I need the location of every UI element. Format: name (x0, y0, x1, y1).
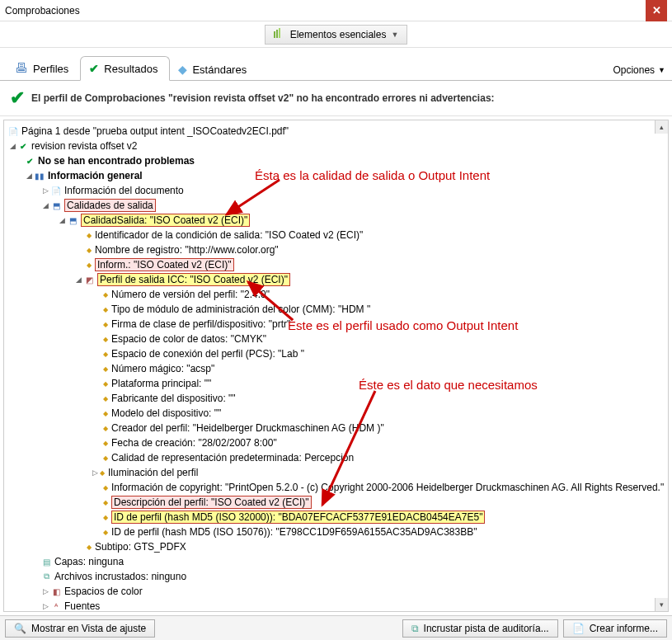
tree-row-archivos[interactable]: ⧉Archivos incrustados: ninguno (4, 569, 668, 584)
bullet-icon: ◆ (103, 336, 108, 343)
icc-icon: ◩ (83, 275, 95, 285)
tree-row[interactable]: ◆Inform.: "ISO Coated v2 (ECI)" (4, 257, 668, 272)
options-menu[interactable]: Opciones ▼ (613, 59, 665, 81)
top-bar: Elementos esenciales ▼ (0, 21, 672, 48)
tab-profiles[interactable]: 🖶 Perfiles (7, 56, 80, 81)
status-text: El perfil de Comprobaciones "revision re… (31, 92, 495, 104)
disclose-icon[interactable]: ◢ (24, 172, 34, 180)
titlebar: Comprobaciones ✕ (0, 0, 672, 21)
layers-icon: ▤ (40, 558, 52, 567)
check-icon: ✔ (17, 142, 29, 151)
font-icon: ᴬ (50, 602, 62, 611)
essentials-dropdown[interactable]: Elementos esenciales ▼ (265, 25, 408, 45)
tree-row-fuentes[interactable]: ▷ᴬFuentes (4, 599, 668, 612)
tab-label: Perfiles (33, 63, 68, 75)
info-icon: ▮▮ (34, 172, 45, 181)
tab-results[interactable]: ✔ Resultados (80, 56, 170, 81)
tree-row-infodoc[interactable]: ▷📄Información del documento (4, 183, 668, 198)
tree-view[interactable]: ▴ ▾ Ésta es la calidad de salida o Outpu… (3, 120, 669, 612)
tab-standards[interactable]: ◆ Estándares (170, 58, 258, 81)
tree-row[interactable]: ◆Calidad de representación predeterminad… (4, 450, 668, 465)
tree-row-capas[interactable]: ▤Capas: ninguna (4, 554, 668, 569)
bullet-icon: ◆ (103, 454, 108, 462)
bullet-icon: ◆ (103, 351, 108, 358)
tree-row[interactable]: ◆Información de copyright: "PrintOpen 5.… (4, 480, 668, 495)
show-fit-view-button[interactable]: 🔍 Mostrar en Vista de ajuste (5, 619, 155, 638)
disclose-icon[interactable]: ◢ (40, 201, 50, 209)
bullet-icon: ◆ (103, 306, 108, 313)
tree-row[interactable]: ◆Plataforma principal: "" (4, 376, 668, 391)
disclose-icon[interactable]: ▷ (40, 602, 50, 610)
tree-row-calidadsalida[interactable]: ◢⬒CalidadSalida: "ISO Coated v2 (ECI)" (4, 213, 668, 228)
tree-row-noproblems[interactable]: ✔No se han encontrado problemas (4, 153, 668, 168)
embed-icon: ⧉ (411, 623, 419, 634)
tree-row-iluminacion[interactable]: ▷◆Iluminación del perfil (4, 465, 668, 480)
tree-row[interactable]: ◆Nombre de registro: "http://www.color.o… (4, 242, 668, 257)
bullet-icon: ◆ (103, 410, 108, 417)
disclose-icon[interactable]: ▷ (90, 468, 100, 477)
tab-label: Estándares (192, 64, 247, 76)
button-label: Crear informe... (590, 623, 658, 634)
tree-row[interactable]: ◆Espacio de conexión del perfil (PCS): "… (4, 346, 668, 361)
options-label: Opciones (613, 64, 655, 76)
tree-row-page[interactable]: 📄Página 1 desde "prueba output intent _I… (4, 124, 668, 139)
tree-row[interactable]: ◆Número mágico: "acsp" (4, 361, 668, 376)
disclose-icon[interactable]: ◢ (57, 216, 67, 224)
close-button[interactable]: ✕ (646, 0, 667, 21)
bullet-icon: ◆ (87, 261, 92, 269)
tree-row[interactable]: ◆Descripción del perfil: "ISO Coated v2 … (4, 495, 668, 510)
tree-row[interactable]: ◆Identificador de la condición de salida… (4, 228, 668, 242)
tabs-row: 🖶 Perfiles ✔ Resultados ◆ Estándares Opc… (0, 48, 672, 81)
tree-row[interactable]: ◆Fecha de creación: "28/02/2007 8:00" (4, 435, 668, 450)
tree-row[interactable]: ◆Firma de clase de perfil/dispositivo: "… (4, 317, 668, 332)
tree-row-espacioscolor[interactable]: ▷◧Espacios de color (4, 584, 668, 599)
bullet-icon: ◆ (87, 247, 92, 254)
embed-icon: ⧉ (40, 572, 52, 581)
disclose-icon[interactable]: ▷ (40, 186, 50, 195)
tree-row-calidades[interactable]: ◢⬒Calidades de salida (4, 198, 668, 213)
tree-row-id32000[interactable]: ◆ID de perfil (hash MD5 (ISO 32000)): "B… (4, 510, 668, 525)
caret-down-icon: ▼ (658, 66, 665, 74)
pdf-icon: 📄 (7, 127, 19, 136)
create-report-button[interactable]: 📄 Crear informe... (563, 619, 667, 638)
bullet-icon: ◆ (103, 380, 108, 388)
bullet-icon: ◆ (100, 469, 105, 477)
tree-row[interactable]: ◆Subtipo: GTS_PDFX (4, 539, 668, 554)
bullet-icon: ◆ (103, 440, 108, 447)
bullet-icon: ◆ (103, 425, 108, 432)
bullet-icon: ◆ (103, 529, 108, 536)
bullet-icon: ◆ (87, 544, 92, 551)
bullet-icon: ◆ (103, 321, 108, 328)
button-label: Mostrar en Vista de ajuste (31, 623, 146, 634)
tree-row[interactable]: ◆Tipo de módulo de administración del co… (4, 302, 668, 317)
status-line: ✔ El perfil de Comprobaciones "revision … (0, 81, 672, 116)
tree-row[interactable]: ◆Número de versión del perfil: "2.4.0" (4, 287, 668, 302)
output-icon: ⬒ (67, 216, 78, 225)
tree-row[interactable]: ◆ID de perfil (hash MD5 (ISO 15076)): "E… (4, 525, 668, 539)
button-label: Incrustar pista de auditoría... (424, 623, 549, 634)
bullet-icon: ◆ (103, 365, 108, 373)
embed-audit-button[interactable]: ⧉ Incrustar pista de auditoría... (402, 619, 558, 638)
disclose-icon[interactable]: ◢ (73, 275, 83, 284)
bullet-icon: ◆ (103, 499, 108, 506)
tree-row[interactable]: ◆Modelo del dispositivo: "" (4, 406, 668, 421)
disclose-icon[interactable]: ◢ (7, 142, 17, 150)
tree-row[interactable]: ◆Fabricante del dispositivo: "" (4, 391, 668, 406)
footer-bar: 🔍 Mostrar en Vista de ajuste ⧉ Incrustar… (0, 615, 672, 640)
tree-row[interactable]: ◆Creador del perfil: "Heidelberger Druck… (4, 421, 668, 435)
tree-row-perfilicc[interactable]: ◢◩Perfil de salida ICC: "ISO Coated v2 (… (4, 272, 668, 287)
bullet-icon: ◆ (103, 395, 108, 402)
magnify-icon: 🔍 (14, 623, 26, 634)
tree-row-profile[interactable]: ◢✔revision revista offset v2 (4, 139, 668, 153)
tree-row[interactable]: ◆Espacio de color de datos: "CMYK" (4, 332, 668, 346)
bars-icon (274, 28, 285, 40)
essentials-label: Elementos esenciales (290, 29, 387, 40)
disclose-icon[interactable]: ▷ (40, 587, 50, 595)
window-title: Comprobaciones (5, 5, 646, 16)
content-area: ✔ El perfil de Comprobaciones "revision … (0, 81, 672, 615)
tab-label: Resultados (104, 63, 157, 75)
report-icon: 📄 (572, 623, 585, 634)
tree-row-infogeneral[interactable]: ◢▮▮Información general (4, 168, 668, 183)
bullet-icon: ◆ (103, 484, 108, 492)
check-icon: ✔ (24, 157, 35, 166)
